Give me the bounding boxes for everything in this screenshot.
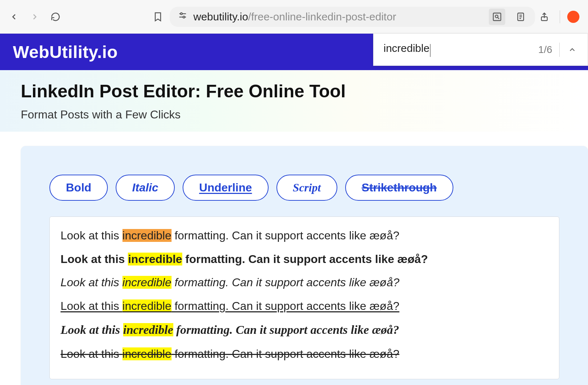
page-subtitle: Format Posts with a Few Clicks (21, 108, 567, 121)
find-in-page-bar: incredible 1/6 (373, 34, 588, 66)
toolbar-right (489, 0, 579, 33)
brave-shields-icon[interactable] (567, 11, 579, 23)
editor-line: Look at this incredible formatting. Can … (61, 274, 548, 292)
reload-button[interactable] (50, 11, 61, 22)
site-settings-icon[interactable] (178, 10, 188, 23)
share-icon[interactable] (536, 9, 553, 25)
back-button[interactable] (9, 11, 19, 22)
italic-button[interactable]: Italic (116, 175, 175, 201)
page-title: LinkedIn Post Editor: Free Online Tool (21, 81, 567, 102)
site-brand[interactable]: WebUtility.io (13, 42, 118, 62)
find-match: incredible (122, 276, 172, 289)
nav-buttons (9, 11, 61, 22)
forward-button[interactable] (29, 11, 40, 22)
text-caret (430, 44, 430, 57)
find-match-current: incredible (122, 229, 172, 242)
editor-line: Look at this incredible formatting. Can … (61, 227, 548, 245)
svg-rect-4 (493, 13, 501, 20)
find-count: 1/6 (538, 44, 552, 55)
address-bar[interactable]: webutility.io/free-online-linkedin-post-… (170, 7, 535, 27)
divider (559, 43, 560, 57)
script-button[interactable]: Script (276, 175, 337, 201)
editor-line: Look at this incredible formatting. Can … (61, 297, 548, 315)
find-match: incredible (122, 347, 172, 360)
find-match: incredible (122, 299, 172, 312)
editor-line: Look at this incredible formatting. Can … (61, 345, 548, 363)
bold-button[interactable]: Bold (49, 175, 108, 201)
strikethrough-button[interactable]: Strikethrough (345, 175, 453, 201)
browser-toolbar: webutility.io/free-online-linkedin-post-… (0, 0, 588, 34)
underline-button[interactable]: Underline (183, 175, 269, 201)
find-input[interactable]: incredible (384, 42, 531, 57)
page-banner: LinkedIn Post Editor: Free Online Tool F… (0, 70, 588, 132)
main-content: Bold Italic Underline Script Strikethrou… (0, 132, 588, 385)
find-match: incredible (128, 253, 182, 265)
svg-point-1 (180, 13, 182, 15)
divider (560, 10, 560, 23)
find-prev-button[interactable] (567, 44, 578, 55)
svg-line-6 (498, 17, 499, 19)
svg-point-3 (183, 16, 185, 18)
svg-point-5 (495, 15, 498, 18)
find-in-page-icon[interactable] (489, 9, 505, 25)
reader-mode-icon[interactable] (512, 9, 529, 25)
find-match: incredible (123, 323, 173, 336)
find-query-text: incredible (384, 42, 429, 54)
editor-panel: Bold Italic Underline Script Strikethrou… (21, 146, 588, 385)
url-text: webutility.io/free-online-linkedin-post-… (193, 11, 396, 23)
editor-line: Look at this incredible formatting. Can … (61, 321, 548, 340)
editor-textarea[interactable]: Look at this incredible formatting. Can … (49, 216, 559, 379)
editor-line: Look at this incredible formatting. Can … (61, 250, 548, 268)
bookmark-icon[interactable] (153, 11, 163, 22)
format-toolbar: Bold Italic Underline Script Strikethrou… (49, 175, 559, 201)
